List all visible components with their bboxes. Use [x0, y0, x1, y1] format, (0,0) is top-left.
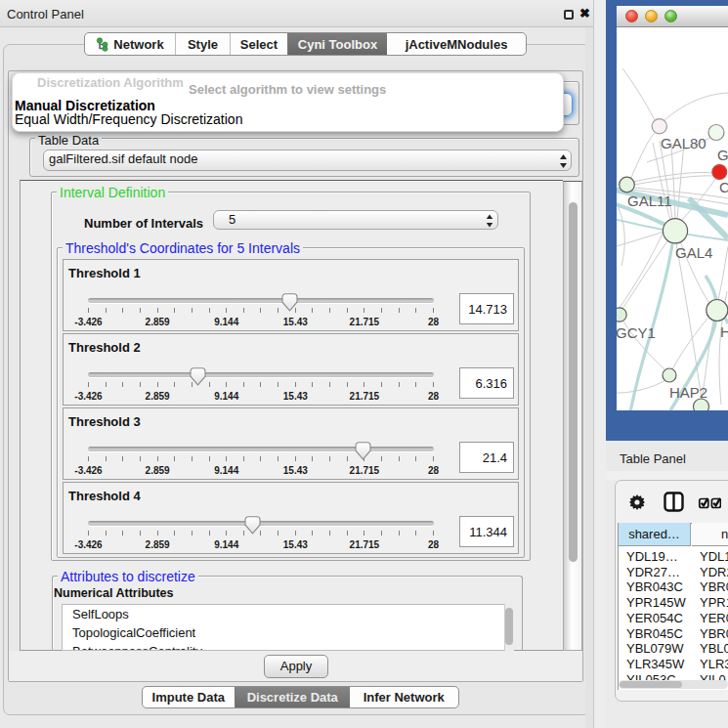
svg-text:GAL11: GAL11 [627, 193, 672, 209]
svg-text:HAP2: HAP2 [669, 384, 707, 401]
svg-text:C: C [719, 179, 728, 195]
svg-text:H: H [720, 323, 728, 340]
svg-text:GA: GA [717, 147, 728, 163]
svg-text:GAL80: GAL80 [661, 135, 707, 151]
svg-text:GAL4: GAL4 [675, 244, 712, 261]
svg-text:GCY1: GCY1 [617, 324, 656, 341]
